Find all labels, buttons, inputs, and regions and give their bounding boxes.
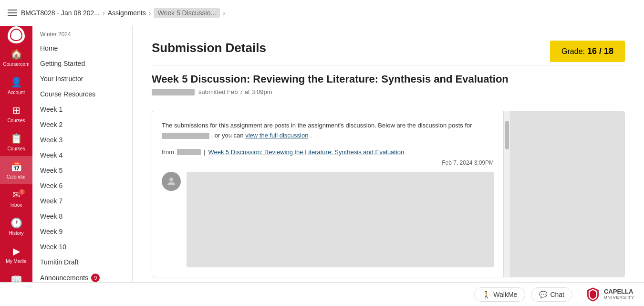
week10-label: Week 10 bbox=[40, 243, 66, 251]
sidebar-item-account[interactable]: 👤 Account bbox=[0, 72, 32, 100]
sidebar-item-getting-started[interactable]: Getting Started bbox=[32, 56, 132, 71]
sidebar-item-courseroom[interactable]: 🏠 Courseroom bbox=[0, 43, 32, 72]
breadcrumb-sep-3: › bbox=[223, 9, 225, 17]
home-label: Home bbox=[40, 44, 58, 52]
hamburger-menu[interactable] bbox=[8, 10, 17, 16]
capella-shield-icon bbox=[586, 287, 600, 302]
history-icon: 🕐 bbox=[10, 217, 22, 229]
sidebar-item-week1[interactable]: Week 1 bbox=[32, 102, 132, 117]
breadcrumb-assignments[interactable]: Assignments bbox=[108, 9, 146, 17]
post-body bbox=[162, 172, 494, 267]
sidebar-label-mymedia: My Media bbox=[6, 259, 26, 264]
from-redacted bbox=[177, 149, 201, 155]
submission-right-panel bbox=[510, 111, 624, 277]
course-sidebar: Winter 2024 Home Getting Started Your In… bbox=[32, 26, 133, 282]
breadcrumb-current[interactable]: Week 5 Discussio... bbox=[154, 8, 220, 18]
grade-label: Grade: bbox=[561, 47, 585, 55]
chat-label: Chat bbox=[550, 291, 564, 298]
sidebar-item-calendar[interactable]: 📅 Calendar bbox=[0, 156, 32, 184]
sidebar-item-announcements[interactable]: Announcements 9 bbox=[32, 270, 132, 282]
week7-label: Week 7 bbox=[40, 197, 62, 205]
week1-label: Week 1 bbox=[40, 106, 62, 113]
post-content-image bbox=[187, 172, 494, 267]
sidebar-item-week3[interactable]: Week 3 bbox=[32, 132, 132, 148]
sidebar-item-week4[interactable]: Week 4 bbox=[32, 148, 132, 163]
sidebar-item-home[interactable]: Home bbox=[32, 41, 132, 56]
capella-logo: CAPELLA UNIVERSITY bbox=[586, 287, 634, 302]
announcements-badge: 9 bbox=[91, 274, 100, 282]
avatar bbox=[162, 172, 181, 191]
svg-point-0 bbox=[169, 178, 173, 181]
avatar-icon bbox=[166, 176, 177, 187]
walkme-icon: 🚶 bbox=[482, 291, 490, 298]
grade-value: 16 / 18 bbox=[587, 46, 613, 56]
courses-icon: 📋 bbox=[10, 133, 22, 144]
course-season: Winter 2024 bbox=[32, 26, 132, 41]
name-redacted bbox=[152, 89, 195, 95]
courseroom-icon: 🏠 bbox=[10, 48, 22, 60]
week9-label: Week 9 bbox=[40, 228, 62, 235]
course-resources-label: Course Resources bbox=[40, 90, 95, 98]
sidebar-item-week9[interactable]: Week 9 bbox=[32, 224, 132, 239]
sidebar-label-dashboard: Courses bbox=[7, 118, 25, 123]
sidebar-item-library[interactable]: 📖 Library bbox=[0, 269, 32, 282]
sidebar-label-calendar: Calendar bbox=[7, 174, 26, 179]
submitted-text: submitted Feb 7 at 3:09pm bbox=[198, 88, 272, 95]
assignment-title: Week 5 Discussion: Reviewing the Literat… bbox=[152, 73, 625, 85]
logo[interactable] bbox=[0, 26, 32, 43]
sidebar-item-history[interactable]: 🕐 History bbox=[0, 212, 32, 241]
view-full-discussion-link[interactable]: view the full discussion bbox=[245, 132, 308, 139]
chat-button[interactable]: 💬 Chat bbox=[531, 287, 572, 302]
divider bbox=[152, 65, 625, 65]
sidebar-item-week8[interactable]: Week 8 bbox=[32, 209, 132, 224]
sidebar-item-inbox[interactable]: 1 ✉ Inbox bbox=[0, 184, 32, 212]
inbox-badge: 1 bbox=[18, 188, 26, 196]
scroll-thumb[interactable] bbox=[505, 121, 509, 149]
main-layout: 🏠 Courseroom 👤 Account ⊞ Courses 📋 Cours… bbox=[0, 26, 644, 282]
sidebar-item-turnitin[interactable]: Turnitin Draft bbox=[32, 254, 132, 270]
submission-content: The submissions for this assignment are … bbox=[152, 111, 503, 277]
scrollbar[interactable] bbox=[503, 111, 510, 277]
sidebar-item-week2[interactable]: Week 2 bbox=[32, 117, 132, 132]
week6-label: Week 6 bbox=[40, 182, 62, 190]
sidebar-label-history: History bbox=[9, 231, 23, 236]
account-icon: 👤 bbox=[10, 76, 22, 88]
post-header: from | Week 5 Discussion: Reviewing the … bbox=[162, 148, 494, 156]
announcements-label: Announcements bbox=[40, 274, 88, 282]
calendar-icon: 📅 bbox=[10, 161, 22, 172]
sidebar-item-week6[interactable]: Week 6 bbox=[32, 178, 132, 193]
breadcrumb-sep-2: › bbox=[149, 9, 151, 17]
post-datetime: Feb 7, 2024 3:09PM bbox=[162, 159, 494, 166]
icon-sidebar: 🏠 Courseroom 👤 Account ⊞ Courses 📋 Cours… bbox=[0, 26, 32, 282]
sidebar-item-mymedia[interactable]: ▶ My Media bbox=[0, 241, 32, 269]
discussion-post-link[interactable]: Week 5 Discussion: Reviewing the Literat… bbox=[208, 148, 404, 156]
instructor-label: Your Instructor bbox=[40, 75, 83, 83]
name-redact-2 bbox=[162, 133, 209, 139]
submission-box: The submissions for this assignment are … bbox=[152, 111, 625, 277]
sidebar-label-courseroom: Courseroom bbox=[3, 62, 29, 67]
dashboard-icon: ⊞ bbox=[12, 105, 21, 116]
sidebar-item-week7[interactable]: Week 7 bbox=[32, 193, 132, 209]
sidebar-item-week5[interactable]: Week 5 bbox=[32, 163, 132, 178]
breadcrumb-sep-1: › bbox=[103, 9, 105, 17]
sidebar-item-dashboard[interactable]: ⊞ Courses bbox=[0, 100, 32, 128]
sidebar-item-courses[interactable]: 📋 Courses bbox=[0, 128, 32, 156]
sidebar-item-instructor[interactable]: Your Instructor bbox=[32, 71, 132, 86]
breadcrumb-course[interactable]: BMGT8028 - Jan 08 202... bbox=[21, 9, 100, 17]
week3-label: Week 3 bbox=[40, 136, 62, 144]
breadcrumb: BMGT8028 - Jan 08 202... › Assignments ›… bbox=[21, 8, 225, 18]
sidebar-item-week10[interactable]: Week 10 bbox=[32, 239, 132, 254]
week8-label: Week 8 bbox=[40, 212, 62, 220]
getting-started-label: Getting Started bbox=[40, 60, 85, 67]
sidebar-label-inbox: Inbox bbox=[10, 202, 22, 208]
turnitin-label: Turnitin Draft bbox=[40, 258, 78, 266]
top-bar: BMGT8028 - Jan 08 202... › Assignments ›… bbox=[0, 0, 644, 26]
sidebar-label-courses: Courses bbox=[7, 146, 25, 151]
sidebar-item-course-resources[interactable]: Course Resources bbox=[32, 86, 132, 102]
main-content: Submission Details Grade: 16 / 18 Re-sub… bbox=[133, 26, 644, 282]
logo-shield bbox=[8, 26, 25, 43]
walkme-button[interactable]: 🚶 WalkMe bbox=[474, 287, 525, 302]
sidebar-label-account: Account bbox=[8, 90, 25, 95]
bottom-bar: 🚶 WalkMe 💬 Chat CAPELLA UNIVERSITY bbox=[0, 282, 644, 306]
week5-label: Week 5 bbox=[40, 167, 62, 174]
